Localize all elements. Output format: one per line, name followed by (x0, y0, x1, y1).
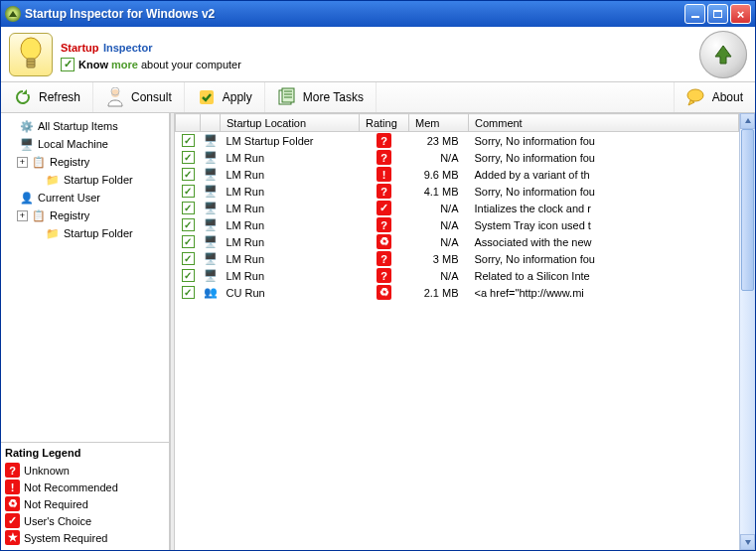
app-tagline: ✓ Know more about your computer (61, 58, 241, 71)
table-row[interactable]: ✓🖥️LM Startup Folder?23 MBSorry, No info… (176, 132, 739, 150)
expand-icon[interactable]: + (17, 157, 28, 168)
row-checkbox[interactable]: ✓ (182, 286, 195, 299)
row-rating-icon: ! (377, 167, 391, 182)
row-comment: Sorry, No information fou (469, 149, 739, 166)
header: Startup Inspector ✓ Know more about your… (1, 27, 755, 81)
tree-cu-startup-folder[interactable]: 📁Startup Folder (3, 224, 167, 242)
registry-icon: 📋 (31, 207, 47, 223)
lightbulb-icon (9, 33, 53, 76)
row-mem: N/A (409, 233, 469, 250)
row-location: LM Run (221, 166, 360, 183)
app-title: Startup Inspector (61, 38, 241, 56)
table-row[interactable]: ✓🖥️LM Run?N/ARelated to a Silicon Inte (176, 267, 739, 284)
table-row[interactable]: ✓🖥️LM Run✓N/AIntializes the clock and r (176, 200, 739, 216)
window-title: Startup Inspector for Windows v2 (25, 7, 684, 21)
tree-all-startup[interactable]: ⚙️All Startup Items (3, 117, 167, 135)
tree-local-machine[interactable]: 🖥️Local Machine (3, 135, 167, 153)
vertical-scrollbar[interactable] (739, 113, 755, 550)
scroll-up-button[interactable] (740, 113, 755, 129)
table-row[interactable]: ✓👥CU Run♻2.1 MB<a href="http://www.mi (176, 284, 739, 301)
apply-button[interactable]: Apply (185, 82, 265, 112)
minimize-button[interactable] (684, 4, 705, 24)
row-checkbox[interactable]: ✓ (182, 252, 195, 265)
expand-icon[interactable]: + (17, 210, 28, 221)
row-mem: 9.6 MB (409, 166, 469, 183)
row-checkbox[interactable]: ✓ (182, 269, 195, 282)
rating-legend: Rating Legend ?Unknown !Not Recommended … (1, 442, 169, 550)
row-checkbox[interactable]: ✓ (182, 218, 195, 231)
more-tasks-button[interactable]: More Tasks (265, 82, 377, 112)
row-comment: Related to a Silicon Inte (469, 267, 739, 284)
refresh-button[interactable]: Refresh (1, 82, 93, 112)
tree-view: ⚙️All Startup Items 🖥️Local Machine +📋Re… (1, 113, 169, 442)
row-comment: System Tray icon used t (469, 216, 739, 233)
col-check[interactable] (176, 114, 201, 132)
consult-button[interactable]: Consult (93, 82, 185, 112)
row-location: LM Run (221, 233, 360, 250)
col-rating[interactable]: Rating (360, 114, 409, 132)
col-mem[interactable]: Mem (409, 114, 469, 132)
table-row[interactable]: ✓🖥️LM Run?4.1 MBSorry, No information fo… (176, 183, 739, 200)
folder-icon: 📁 (45, 172, 61, 188)
registry-icon: 📋 (31, 154, 47, 170)
row-type-icon: 🖥️ (204, 235, 218, 247)
scroll-down-button[interactable] (740, 534, 755, 550)
row-checkbox[interactable]: ✓ (182, 235, 195, 248)
table-row[interactable]: ✓🖥️LM Run?N/ASorry, No information fou (176, 149, 739, 166)
up-arrow-button[interactable] (699, 31, 747, 78)
row-checkbox[interactable]: ✓ (182, 168, 195, 181)
toolbar: Refresh Consult Apply More Tasks About (1, 81, 755, 113)
row-rating-icon: ✓ (377, 201, 391, 215)
col-icon[interactable] (201, 114, 221, 132)
row-location: LM Run (221, 216, 360, 233)
rating-notrec-icon: ! (5, 480, 20, 494)
row-comment: Sorry, No information fou (469, 132, 739, 150)
tree-cu-registry[interactable]: +📋Registry (3, 207, 167, 224)
row-location: LM Run (221, 267, 360, 284)
row-rating-icon: ♻ (377, 234, 391, 249)
row-mem: 2.1 MB (409, 284, 469, 301)
table-row[interactable]: ✓🖥️LM Run♻N/AAssociated with the new (176, 233, 739, 250)
row-comment: Associated with the new (469, 233, 739, 250)
svg-rect-8 (282, 88, 294, 102)
col-comment[interactable]: Comment (469, 114, 739, 132)
tree-lm-startup-folder[interactable]: 📁Startup Folder (3, 171, 167, 189)
row-comment: Sorry, No information fou (469, 250, 739, 267)
computer-icon: 🖥️ (19, 136, 35, 152)
row-comment: Sorry, No information fou (469, 183, 739, 200)
row-rating-icon: ? (377, 184, 391, 199)
maximize-button[interactable] (707, 4, 728, 24)
table-row[interactable]: ✓🖥️LM Run!9.6 MBAdded by a variant of th (176, 166, 739, 183)
refresh-icon (13, 87, 33, 107)
about-button[interactable]: About (674, 82, 755, 112)
row-type-icon: 🖥️ (204, 202, 218, 213)
doctor-icon (105, 87, 125, 107)
svg-point-4 (111, 89, 119, 97)
row-checkbox[interactable]: ✓ (182, 202, 195, 214)
tree-lm-registry[interactable]: +📋Registry (3, 153, 167, 171)
table-row[interactable]: ✓🖥️LM Run?N/ASystem Tray icon used t (176, 216, 739, 233)
row-location: LM Run (221, 149, 360, 166)
row-location: LM Run (221, 200, 360, 216)
row-type-icon: 🖥️ (204, 151, 218, 163)
scroll-thumb[interactable] (741, 129, 754, 291)
folder-icon: 📁 (45, 225, 61, 241)
tasks-icon (277, 87, 297, 107)
rating-unknown-icon: ? (5, 463, 20, 478)
row-checkbox[interactable]: ✓ (182, 134, 195, 147)
rating-sysreq-icon: ★ (5, 530, 20, 545)
user-icon: 👤 (19, 190, 35, 206)
row-mem: 4.1 MB (409, 183, 469, 200)
startup-table: Startup Location Rating Mem Comment ✓🖥️L… (175, 113, 739, 550)
row-checkbox[interactable]: ✓ (182, 185, 195, 198)
row-checkbox[interactable]: ✓ (182, 151, 195, 164)
row-rating-icon: ? (377, 251, 391, 266)
close-button[interactable]: × (730, 4, 751, 24)
check-icon: ✓ (61, 58, 75, 71)
tree-current-user[interactable]: 👤Current User (3, 189, 167, 207)
row-rating-icon: ♻ (377, 285, 391, 300)
gears-icon: ⚙️ (19, 118, 35, 134)
table-row[interactable]: ✓🖥️LM Run?3 MBSorry, No information fou (176, 250, 739, 267)
row-location: CU Run (221, 284, 360, 301)
col-location[interactable]: Startup Location (221, 114, 360, 132)
